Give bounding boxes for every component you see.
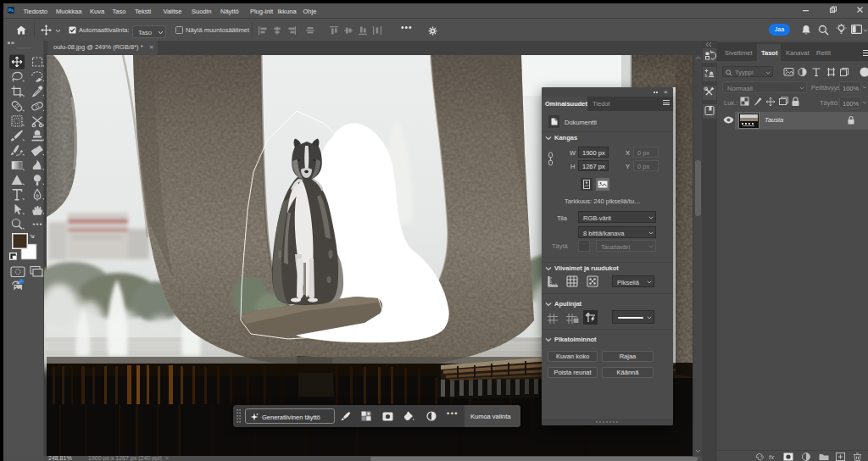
svg-text:fx: fx <box>769 453 775 461</box>
